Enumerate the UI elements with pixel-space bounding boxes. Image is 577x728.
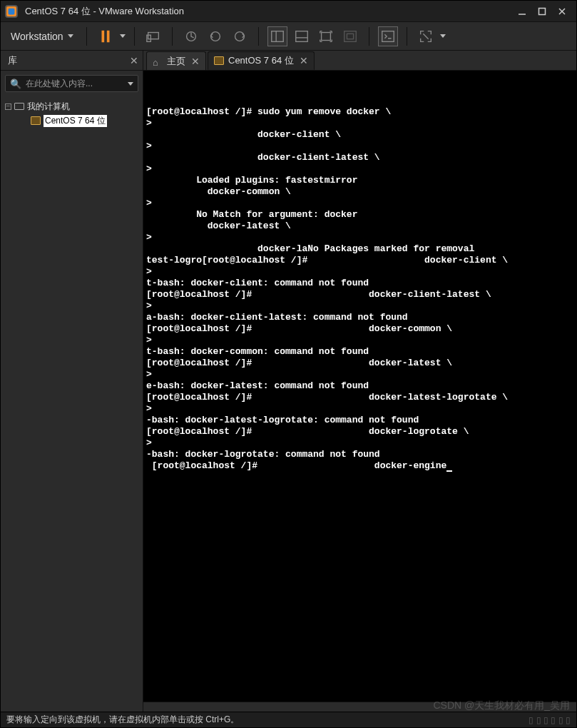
workstation-menu-label: Workstation <box>11 31 63 42</box>
svg-rect-6 <box>107 30 110 42</box>
sidebar-search[interactable]: 🔍 在此处键入内容... <box>5 75 138 92</box>
sidebar-header: 库 ✕ <box>1 51 143 71</box>
console-view-button[interactable] <box>378 26 398 46</box>
statusbar: 要将输入定向到该虚拟机，请在虚拟机内部单击或按 Ctrl+G。 ▯ ▯ ▯ ▯ … <box>1 712 576 727</box>
tree-vm-item[interactable]: CentOS 7 64 位 <box>5 113 138 128</box>
window-close-button[interactable] <box>552 1 572 21</box>
fullscreen-button[interactable] <box>416 26 436 46</box>
statusbar-hint: 要将输入定向到该虚拟机，请在虚拟机内部单击或按 Ctrl+G。 <box>6 714 239 726</box>
snapshot-manager-button[interactable] <box>230 26 250 46</box>
snapshot-revert-button[interactable] <box>205 26 225 46</box>
pause-dropdown-icon[interactable] <box>120 34 126 38</box>
window-titlebar: CentOS 7 64 位 - VMware Workstation <box>1 1 576 22</box>
statusbar-device-icons[interactable]: ▯ ▯ ▯ ▯ ▯ ▯ <box>529 715 571 725</box>
svg-rect-14 <box>295 31 307 41</box>
tree-root[interactable]: − 我的计算机 <box>5 99 138 113</box>
tab-vm-label: CentOS 7 64 位 <box>228 54 294 67</box>
view-thumbnail-toggle[interactable] <box>292 26 312 46</box>
svg-rect-0 <box>9 8 15 14</box>
view-sidebar-toggle[interactable] <box>267 26 287 46</box>
toolbar-separator <box>86 27 87 46</box>
svg-point-11 <box>235 31 244 41</box>
view-stretch-toggle[interactable] <box>316 26 336 46</box>
tabs: ⌂ 主页 ✕ CentOS 7 64 位 ✕ <box>143 51 576 71</box>
terminal-output[interactable]: [root@localhost /]# sudo yum remove dock… <box>143 71 576 702</box>
toolbar-separator <box>369 27 369 46</box>
main-area: 库 ✕ 🔍 在此处键入内容... − 我的计算机 CentOS 7 64 位 <box>1 51 576 712</box>
svg-point-10 <box>210 31 220 41</box>
computer-icon <box>14 103 24 110</box>
sidebar-close-button[interactable]: ✕ <box>130 55 138 66</box>
sidebar: 库 ✕ 🔍 在此处键入内容... − 我的计算机 CentOS 7 64 位 <box>1 51 143 712</box>
tab-vm[interactable]: CentOS 7 64 位 ✕ <box>208 51 315 70</box>
vmware-logo-icon <box>5 5 18 18</box>
workstation-menu[interactable]: Workstation <box>6 28 78 45</box>
svg-rect-5 <box>101 30 104 42</box>
tab-home-label: 主页 <box>167 55 185 68</box>
tree-root-label: 我的计算机 <box>27 101 70 113</box>
devices-button[interactable] <box>143 26 163 46</box>
horizontal-scrollbar[interactable] <box>143 702 576 712</box>
window-minimize-button[interactable] <box>512 1 532 21</box>
view-unity-toggle[interactable] <box>340 26 360 46</box>
svg-rect-17 <box>344 31 356 41</box>
chevron-down-icon <box>68 34 73 38</box>
content-pane: ⌂ 主页 ✕ CentOS 7 64 位 ✕ [root@localhost /… <box>143 51 576 712</box>
search-dropdown-icon[interactable] <box>128 82 133 86</box>
toolbar-separator <box>258 27 259 46</box>
tree-vm-label: CentOS 7 64 位 <box>44 115 107 127</box>
tab-home[interactable]: ⌂ 主页 ✕ <box>146 51 206 70</box>
fullscreen-dropdown-icon[interactable] <box>440 34 446 38</box>
search-icon: 🔍 <box>10 79 21 89</box>
library-tree: − 我的计算机 CentOS 7 64 位 <box>1 96 143 131</box>
tab-vm-close[interactable]: ✕ <box>300 55 308 66</box>
snapshot-take-button[interactable] <box>181 26 201 46</box>
tab-home-close[interactable]: ✕ <box>191 56 200 67</box>
toolbar-separator <box>172 27 173 46</box>
svg-rect-8 <box>147 35 151 41</box>
vm-icon <box>31 116 41 125</box>
collapse-icon[interactable]: − <box>5 103 11 110</box>
sidebar-title: 库 <box>8 54 17 67</box>
window-title: CentOS 7 64 位 - VMware Workstation <box>25 5 512 18</box>
svg-rect-16 <box>321 32 330 40</box>
pause-button[interactable] <box>96 26 116 46</box>
toolbar-separator <box>407 27 407 46</box>
svg-rect-18 <box>347 34 353 39</box>
svg-rect-12 <box>271 31 283 41</box>
home-icon: ⌂ <box>153 57 163 66</box>
search-placeholder: 在此处键入内容... <box>26 78 128 90</box>
toolbar-separator <box>134 27 135 46</box>
window-maximize-button[interactable] <box>532 1 552 21</box>
toolbar: Workstation <box>1 22 576 51</box>
svg-rect-2 <box>539 8 546 14</box>
svg-rect-19 <box>382 31 394 41</box>
vm-icon <box>214 56 224 65</box>
svg-rect-7 <box>148 32 158 39</box>
